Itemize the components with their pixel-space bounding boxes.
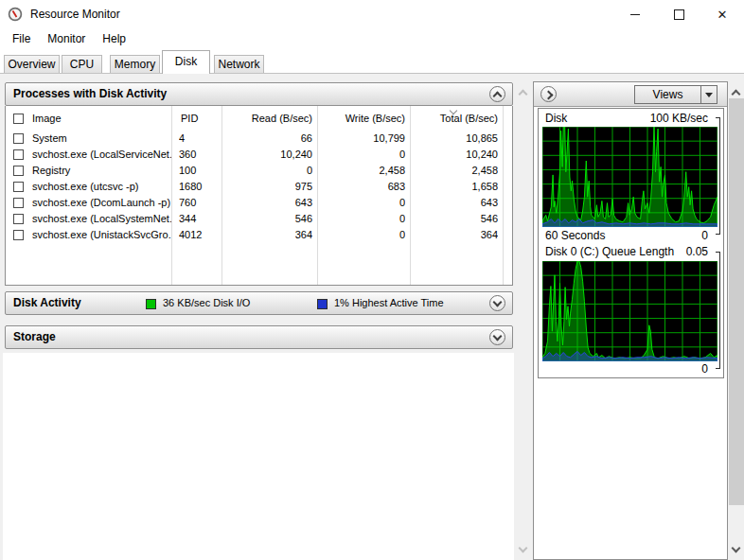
chart2-baseline-label: 0 (701, 362, 708, 376)
minimize-icon (630, 14, 640, 15)
views-dropdown-button[interactable] (700, 86, 717, 103)
disk-activity-section-header[interactable]: Disk Activity 36 KB/sec Disk I/O 1% High… (5, 291, 513, 315)
cell-total: 1,658 (411, 179, 498, 195)
cell-read: 546 (223, 211, 312, 227)
right-scrollbar[interactable] (729, 81, 744, 560)
column-header-pid[interactable]: PID (181, 113, 198, 124)
cell-pid: 360 (179, 147, 217, 163)
chevron-right-icon (544, 91, 554, 100)
table-row[interactable]: svchost.exe (LocalSystemNet...3445460546 (6, 211, 512, 227)
views-button-label: Views (635, 86, 700, 103)
expand-panel-button[interactable] (540, 86, 557, 102)
cell-read: 975 (223, 179, 312, 195)
table-row[interactable]: System46610,79910,865 (6, 131, 512, 147)
tab-memory[interactable]: Memory (110, 55, 160, 73)
cell-image: svchost.exe (UnistackSvcGro... (32, 227, 171, 243)
cell-total: 10,240 (411, 147, 498, 163)
disk-io-legend-label: 36 KB/sec Disk I/O (163, 297, 250, 308)
processes-section-title: Processes with Disk Activity (13, 87, 167, 100)
process-rows: System46610,79910,865svchost.exe (LocalS… (6, 131, 512, 285)
cell-total: 643 (411, 195, 498, 211)
cell-read: 364 (223, 227, 312, 243)
row-checkbox[interactable] (13, 149, 24, 160)
row-checkbox[interactable] (13, 133, 24, 144)
cell-pid: 344 (179, 211, 217, 227)
table-row[interactable]: svchost.exe (DcomLaunch -p)7606430643 (6, 195, 512, 211)
tab-overview[interactable]: Overview (4, 55, 60, 73)
cell-read: 10,240 (223, 147, 312, 163)
cell-image: svchost.exe (DcomLaunch -p) (32, 195, 171, 211)
scrollbar-thumb[interactable] (729, 98, 744, 505)
row-checkbox[interactable] (13, 198, 24, 208)
column-header-read[interactable]: Read (B/sec) (223, 113, 312, 124)
table-row[interactable]: svchost.exe (UnistackSvcGro...4012364036… (6, 227, 512, 243)
row-checkbox[interactable] (13, 182, 24, 192)
cell-total: 2,458 (411, 163, 498, 179)
row-checkbox[interactable] (13, 230, 24, 240)
cell-read: 643 (223, 195, 312, 211)
views-button[interactable]: Views (634, 85, 717, 104)
cell-image: svchost.exe (LocalServiceNet... (32, 147, 171, 163)
maximize-button[interactable] (657, 0, 700, 28)
storage-section-header[interactable]: Storage (5, 325, 513, 349)
menu-bar: File Monitor Help (0, 28, 744, 49)
row-checkbox[interactable] (13, 166, 24, 176)
cell-write: 0 (318, 211, 405, 227)
resource-monitor-window: { "window": { "title": "Resource Monitor… (0, 0, 744, 560)
cell-write: 2,458 (318, 163, 405, 179)
tab-cpu[interactable]: CPU (62, 55, 102, 73)
close-button[interactable]: ✕ (700, 0, 744, 28)
chart1-baseline-label: 0 (701, 229, 708, 242)
title-bar: Resource Monitor ✕ (0, 0, 744, 28)
scroll-down-icon[interactable] (520, 541, 526, 554)
chart-box: Disk 100 KB/sec 60 Seconds 0 Disk 0 (C:)… (538, 108, 724, 378)
menu-monitor[interactable]: Monitor (39, 30, 94, 47)
tab-network[interactable]: Network (214, 55, 264, 73)
collapse-processes-button[interactable] (489, 86, 505, 102)
dropdown-arrow-icon (705, 93, 713, 97)
cell-total: 10,865 (411, 131, 498, 147)
expand-storage-button[interactable] (489, 329, 505, 345)
cell-write: 0 (318, 195, 405, 211)
expand-disk-activity-button[interactable] (489, 295, 505, 311)
chart1-scale-label: 100 KB/sec (650, 112, 708, 125)
maximize-icon (674, 9, 684, 20)
active-time-legend-chip (317, 299, 328, 309)
select-all-checkbox[interactable] (13, 114, 24, 124)
chart2-scale-label: 0.05 (686, 245, 708, 258)
left-scrollbar[interactable] (516, 81, 531, 560)
table-row[interactable]: svchost.exe (utcsvc -p)16809756831,658 (6, 179, 512, 195)
tab-strip: Overview CPU Memory Disk Network (0, 49, 744, 74)
window-title: Resource Monitor (30, 8, 120, 21)
cell-total: 364 (411, 227, 498, 243)
disk-io-legend-chip (146, 299, 156, 309)
cell-image: System (32, 131, 171, 147)
charts-toolbar: Views (534, 82, 727, 107)
scroll-up-icon[interactable] (520, 87, 526, 100)
row-checkbox[interactable] (13, 214, 24, 224)
chevron-down-icon (493, 332, 503, 341)
scroll-down-icon[interactable] (733, 541, 739, 554)
cell-pid: 4012 (179, 227, 217, 243)
table-row[interactable]: svchost.exe (LocalServiceNet...36010,240… (6, 147, 512, 163)
tab-disk[interactable]: Disk (162, 50, 210, 74)
disk-activity-title: Disk Activity (13, 296, 81, 309)
disk-io-chart (542, 127, 717, 227)
cell-pid: 760 (179, 195, 217, 211)
chevron-up-icon (493, 92, 503, 101)
column-header-total[interactable]: Total (B/sec) (411, 113, 498, 124)
left-panel-empty-area (3, 353, 514, 560)
cell-total: 546 (411, 211, 498, 227)
cell-write: 10,799 (318, 131, 405, 147)
chart2-scale-bracket (716, 252, 720, 369)
processes-section-header[interactable]: Processes with Disk Activity (5, 82, 513, 106)
active-time-legend-label: 1% Highest Active Time (334, 297, 444, 308)
cell-read: 0 (223, 163, 312, 179)
menu-file[interactable]: File (4, 30, 39, 47)
menu-help[interactable]: Help (94, 30, 134, 47)
table-row[interactable]: Registry10002,4582,458 (6, 163, 512, 179)
disk-tab-page: Processes with Disk Activity Image PID R… (0, 74, 744, 560)
column-header-write[interactable]: Write (B/sec) (318, 113, 405, 124)
minimize-button[interactable] (613, 0, 657, 28)
column-header-image[interactable]: Image (32, 113, 62, 124)
